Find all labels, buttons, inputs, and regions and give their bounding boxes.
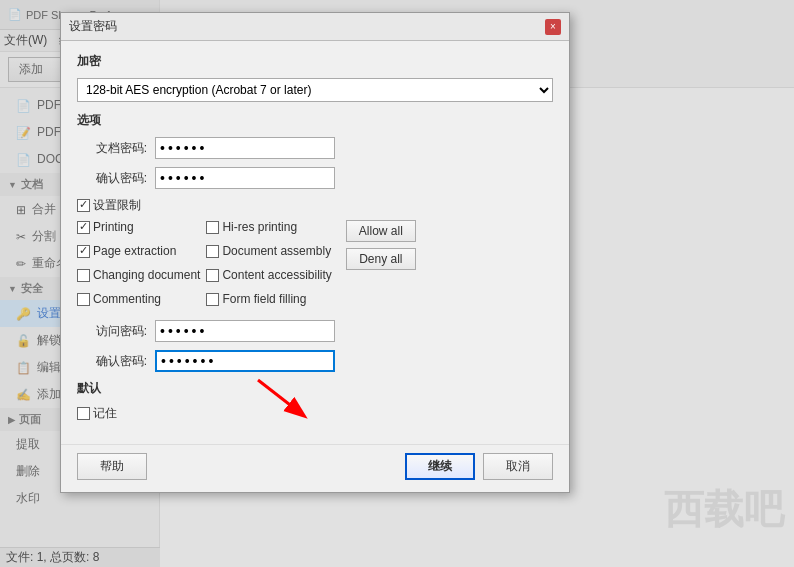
- page-extract-cb-icon: [77, 245, 90, 258]
- remember-cb-icon: [77, 407, 90, 420]
- hires-printing-label: Hi-res printing: [222, 220, 297, 234]
- content-access-checkbox[interactable]: Content accessibility: [206, 268, 331, 282]
- page-extraction-label: Page extraction: [93, 244, 176, 258]
- hires-cb-icon: [206, 221, 219, 234]
- allow-all-button[interactable]: Allow all: [346, 220, 416, 242]
- doc-assembly-label: Document assembly: [222, 244, 331, 258]
- set-restrictions-checkbox[interactable]: 设置限制: [77, 197, 553, 214]
- confirm-password-row: 确认密码:: [77, 167, 553, 189]
- dialog-footer: 帮助 继续 取消: [61, 444, 569, 492]
- commenting-checkbox[interactable]: Commenting: [77, 292, 200, 306]
- deny-all-button[interactable]: Deny all: [346, 248, 416, 270]
- access-password-label: 访问密码:: [77, 323, 147, 340]
- printing-cb-icon: [77, 221, 90, 234]
- continue-button[interactable]: 继续: [405, 453, 475, 480]
- access-password-section: 访问密码: 确认密码:: [77, 320, 553, 372]
- dialog-title: 设置密码: [69, 18, 117, 35]
- cancel-button[interactable]: 取消: [483, 453, 553, 480]
- dialog-close-button[interactable]: ×: [545, 19, 561, 35]
- changing-doc-label: Changing document: [93, 268, 200, 282]
- allow-deny-buttons: Allow all Deny all: [346, 220, 416, 312]
- changing-doc-checkbox[interactable]: Changing document: [77, 268, 200, 282]
- hires-printing-checkbox[interactable]: Hi-res printing: [206, 220, 331, 234]
- doc-password-label: 文档密码:: [77, 140, 147, 157]
- encryption-section-title: 加密: [77, 53, 553, 70]
- commenting-cb-icon: [77, 293, 90, 306]
- confirm-access-input[interactable]: [155, 350, 335, 372]
- confirm-access-row: 确认密码:: [77, 350, 553, 372]
- printing-checkbox[interactable]: Printing: [77, 220, 200, 234]
- set-password-dialog: 设置密码 × 加密 128-bit AES encryption (Acroba…: [60, 12, 570, 493]
- doc-password-input[interactable]: [155, 137, 335, 159]
- form-field-label: Form field filling: [222, 292, 306, 306]
- doc-assembly-cb-icon: [206, 245, 219, 258]
- form-field-cb-icon: [206, 293, 219, 306]
- form-field-checkbox[interactable]: Form field filling: [206, 292, 331, 306]
- encryption-select[interactable]: 128-bit AES encryption (Acrobat 7 or lat…: [77, 78, 553, 102]
- access-password-row: 访问密码:: [77, 320, 553, 342]
- default-section: 默认 记住: [77, 380, 553, 422]
- printing-label: Printing: [93, 220, 134, 234]
- encryption-section: 加密 128-bit AES encryption (Acrobat 7 or …: [77, 53, 553, 102]
- options-title: 选项: [77, 112, 553, 129]
- restrictions-section: 设置限制 Printing Page extraction Changin: [77, 197, 553, 312]
- page-extraction-checkbox[interactable]: Page extraction: [77, 244, 200, 258]
- restrictions-content: Printing Page extraction Changing docume…: [77, 220, 553, 312]
- remember-label: 记住: [93, 405, 117, 422]
- remember-checkbox[interactable]: 记住: [77, 405, 553, 422]
- options-section: 选项 文档密码: 确认密码:: [77, 112, 553, 189]
- restrictions-col-left: Printing Page extraction Changing docume…: [77, 220, 200, 312]
- changing-cb-icon: [77, 269, 90, 282]
- content-access-cb-icon: [206, 269, 219, 282]
- restrictions-checkbox-icon: [77, 199, 90, 212]
- dialog-titlebar: 设置密码 ×: [61, 13, 569, 41]
- confirm-access-label: 确认密码:: [77, 353, 147, 370]
- commenting-label: Commenting: [93, 292, 161, 306]
- confirm-password-input[interactable]: [155, 167, 335, 189]
- restrictions-label: 设置限制: [93, 197, 141, 214]
- help-button[interactable]: 帮助: [77, 453, 147, 480]
- default-title: 默认: [77, 380, 553, 397]
- doc-assembly-checkbox[interactable]: Document assembly: [206, 244, 331, 258]
- access-password-input[interactable]: [155, 320, 335, 342]
- restrictions-col-right: Hi-res printing Document assembly Conten…: [206, 220, 331, 312]
- confirm-password-label: 确认密码:: [77, 170, 147, 187]
- doc-password-row: 文档密码:: [77, 137, 553, 159]
- dialog-body: 加密 128-bit AES encryption (Acrobat 7 or …: [61, 41, 569, 444]
- content-access-label: Content accessibility: [222, 268, 331, 282]
